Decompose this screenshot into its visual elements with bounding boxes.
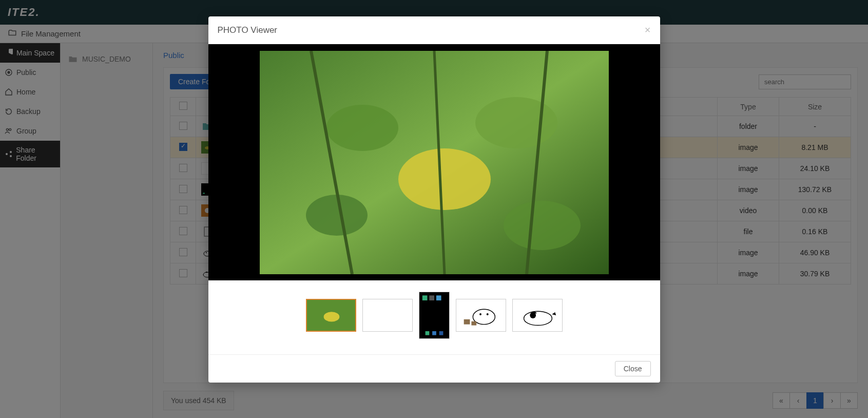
svg-point-45 (530, 312, 536, 318)
svg-point-23 (306, 195, 368, 236)
close-icon[interactable]: × (645, 24, 651, 36)
close-button[interactable]: Close (615, 361, 651, 376)
svg-rect-32 (429, 295, 434, 300)
svg-rect-31 (422, 295, 427, 300)
svg-point-40 (486, 313, 488, 315)
svg-point-22 (475, 97, 557, 148)
svg-point-24 (504, 201, 581, 250)
thumbnail-strip (208, 280, 660, 354)
thumb-2[interactable] (362, 299, 413, 332)
svg-rect-35 (432, 331, 436, 335)
svg-rect-42 (471, 321, 476, 326)
modal-title: PHOTO Viewer (218, 25, 278, 35)
modal-header: PHOTO Viewer × (208, 16, 660, 44)
svg-rect-41 (464, 319, 470, 325)
modal-footer: Close (208, 354, 660, 383)
svg-point-29 (323, 312, 339, 321)
thumb-4[interactable] (456, 299, 506, 332)
viewer-stage (208, 44, 660, 280)
svg-point-21 (326, 105, 398, 151)
svg-rect-36 (439, 331, 443, 335)
modal-overlay[interactable]: PHOTO Viewer × (0, 0, 868, 418)
thumb-1[interactable] (306, 299, 356, 332)
svg-rect-33 (436, 295, 441, 300)
thumb-5[interactable] (512, 299, 563, 332)
svg-point-39 (479, 313, 481, 315)
svg-rect-34 (425, 331, 429, 335)
photo-viewer-modal: PHOTO Viewer × (208, 16, 660, 383)
thumb-3[interactable] (419, 292, 450, 339)
svg-point-20 (398, 148, 491, 210)
svg-point-44 (524, 311, 552, 325)
main-photo (260, 51, 609, 274)
